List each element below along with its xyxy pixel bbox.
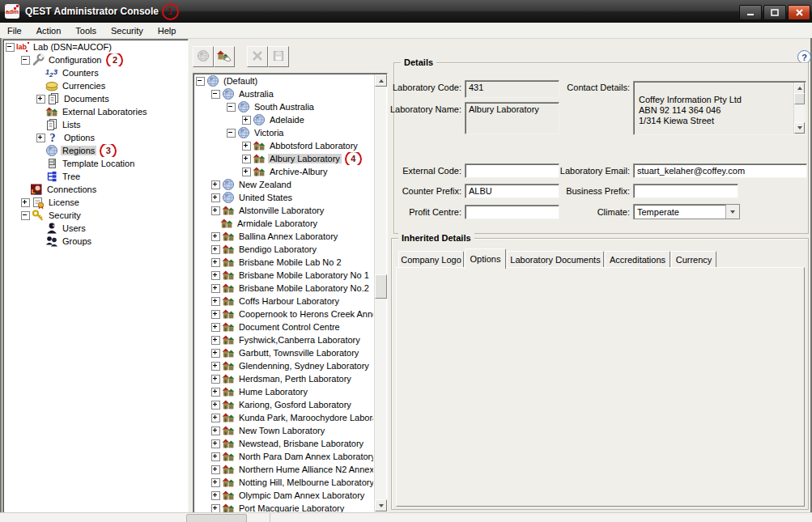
expander-minus-icon[interactable] (227, 103, 236, 112)
tree-item-label[interactable]: Albury Laboratory (268, 154, 342, 163)
tree-item-label[interactable]: Document Control Centre (237, 322, 342, 332)
tree-item-label[interactable]: Brisbane Mobile Laboratory No.2 (237, 283, 371, 293)
external-code-field[interactable] (465, 163, 559, 178)
maximize-button[interactable] (763, 5, 786, 20)
tree-item-label[interactable]: United States (237, 193, 294, 202)
contact-scroll-up-button[interactable] (794, 83, 805, 94)
expander-minus-icon[interactable] (21, 56, 30, 65)
tree-item-label[interactable]: Bendigo Laboratory (237, 244, 318, 254)
tab-company-logo[interactable]: Company Logo (398, 251, 464, 268)
expander-minus-icon[interactable] (21, 211, 30, 220)
expander-plus-icon[interactable] (211, 504, 220, 513)
tree-item-label[interactable]: Abbotsford Laboratory (268, 141, 359, 151)
menu-item-action[interactable]: Action (29, 24, 69, 37)
contact-scrollbar-thumb[interactable] (794, 93, 805, 104)
expander-plus-icon[interactable] (211, 193, 220, 202)
tree-item-label[interactable]: Glendenning, Sydney Laboratory (237, 361, 371, 371)
tree-item-label[interactable]: Herdsman, Perth Laboratory (237, 374, 353, 384)
laboratory-name-field[interactable]: Albury Laboratory (465, 102, 559, 134)
contact-scroll-down-button[interactable] (794, 122, 805, 134)
tree-item-label[interactable]: External Laboratories (61, 107, 149, 117)
expander-plus-icon[interactable] (211, 284, 220, 293)
expander-plus-icon[interactable] (211, 180, 220, 189)
menu-item-help[interactable]: Help (151, 24, 184, 37)
tree-item-label[interactable]: Fyshwick,Canberra Laboratory (237, 335, 362, 345)
expander-plus-icon[interactable] (211, 414, 220, 422)
tree-item-label[interactable]: Options (62, 133, 96, 142)
expander-plus-icon[interactable] (211, 336, 220, 345)
tree-item-label[interactable]: Lists (61, 120, 83, 129)
dropdown-button[interactable] (725, 205, 739, 219)
expander-plus-icon[interactable] (211, 323, 220, 332)
expander-plus-icon[interactable] (211, 375, 220, 384)
tree-item-label[interactable]: Kunda Park, Maroochydore Laboratory (237, 413, 373, 422)
tree-item-label[interactable]: Currencies (61, 81, 107, 91)
expander-plus-icon[interactable] (36, 134, 45, 142)
expander-plus-icon[interactable] (211, 206, 220, 215)
tab-accreditations[interactable]: Accreditations (605, 251, 670, 268)
expander-plus-icon[interactable] (21, 198, 30, 207)
tree-item-label[interactable]: Northern Hume Alliance N2 Annex (237, 465, 373, 474)
expander-plus-icon[interactable] (242, 168, 251, 176)
tree-item-label[interactable]: Notting Hill, Melbourne Laboratory (237, 477, 373, 487)
tree-item-label[interactable]: (Default) (222, 76, 259, 86)
tab-currency[interactable]: Currency (671, 251, 716, 268)
tree-item-label[interactable]: Coffs Harbour Laboratory (237, 296, 341, 306)
expander-plus-icon[interactable] (211, 271, 220, 280)
expander-plus-icon[interactable] (211, 427, 220, 435)
expander-minus-icon[interactable] (6, 43, 15, 52)
business-prefix-field[interactable] (633, 184, 738, 198)
expander-plus-icon[interactable] (242, 142, 251, 151)
add-laboratory-button[interactable] (214, 46, 235, 67)
tree-item-label[interactable]: Template Location (61, 159, 136, 168)
contact-details-field[interactable]: Coffey Information Pty Ltd ABN 92 114 36… (633, 81, 806, 135)
counter-prefix-field[interactable]: ALBU (465, 184, 559, 198)
climate-dropdown[interactable]: Temperate (633, 204, 740, 219)
expander-plus-icon[interactable] (211, 232, 220, 241)
expander-plus-icon[interactable] (242, 116, 251, 125)
tree-item-label[interactable]: Brisbane Mobile Laboratory No 1 (237, 270, 371, 280)
expander-minus-icon[interactable] (227, 129, 236, 138)
tree-item-label[interactable]: Documents (62, 94, 111, 104)
expander-plus-icon[interactable] (211, 362, 220, 371)
tree-item-label[interactable]: New Town Laboratory (237, 426, 326, 435)
tree-item-label[interactable]: Ballina Annex Laboratory (237, 231, 339, 241)
tree-item-label[interactable]: Victoria (253, 128, 285, 138)
tree-item-label[interactable]: Brisbane Mobile Lab No 2 (237, 257, 343, 267)
tree-item-label[interactable]: New Zealand (237, 180, 293, 189)
tree-item-label[interactable]: Lab (DSN=AUCOF) (32, 42, 113, 52)
expander-plus-icon[interactable] (242, 155, 251, 163)
expander-plus-icon[interactable] (211, 452, 220, 461)
scroll-down-button[interactable] (375, 499, 387, 511)
contact-scrollbar[interactable] (793, 83, 805, 134)
tree-item-label[interactable]: Configuration (47, 55, 103, 65)
tree-item-label[interactable]: South Australia (253, 102, 316, 112)
tree-item-label[interactable]: Australia (237, 89, 275, 99)
tree-item-label[interactable]: North Para Dam Annex Laboratory (237, 452, 373, 461)
tree-item-label[interactable]: Adelaide (268, 115, 306, 125)
tree-item-label[interactable]: Alstonville Laboratory (237, 206, 325, 215)
tree-item-label[interactable]: Coopernook to Herons Creek Annex (237, 309, 373, 319)
minimize-button[interactable] (739, 5, 762, 20)
tree-item-label[interactable]: Hume Laboratory (237, 387, 309, 397)
expander-plus-icon[interactable] (211, 478, 220, 487)
scrollbar-thumb[interactable] (375, 274, 387, 299)
tree-item-label[interactable]: Olympic Dam Annex Laboratory (237, 490, 366, 500)
expander-minus-icon[interactable] (196, 77, 205, 86)
expander-plus-icon[interactable] (211, 310, 220, 319)
expander-plus-icon[interactable] (211, 491, 220, 500)
tree-item-label[interactable]: Armidale Laboratory (236, 219, 319, 228)
tree-item-label[interactable]: Security (47, 210, 83, 220)
tree-item-label[interactable]: Regions (61, 146, 96, 155)
menu-item-security[interactable]: Security (104, 24, 151, 37)
expander-plus-icon[interactable] (211, 245, 220, 254)
region-tree-scrollbar[interactable] (374, 74, 386, 511)
menu-item-file[interactable]: File (0, 24, 29, 37)
menu-item-tools[interactable]: Tools (68, 24, 104, 37)
expander-plus-icon[interactable] (211, 465, 220, 474)
expander-plus-icon[interactable] (211, 388, 220, 397)
expander-plus-icon[interactable] (211, 349, 220, 358)
tree-item-label[interactable]: Connections (45, 185, 98, 194)
tree-item-label[interactable]: Garbutt, Townsville Laboratory (237, 348, 360, 358)
close-button[interactable] (788, 5, 810, 20)
